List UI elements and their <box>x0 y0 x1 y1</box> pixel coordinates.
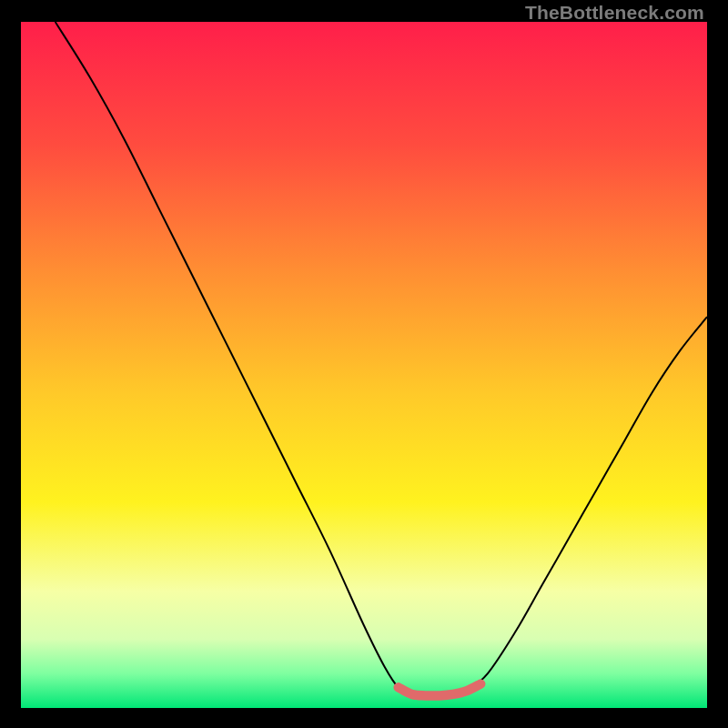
chart-frame <box>21 22 707 708</box>
watermark-text: TheBottleneck.com <box>525 2 704 24</box>
bottleneck-chart <box>21 22 707 708</box>
chart-background <box>21 22 707 708</box>
